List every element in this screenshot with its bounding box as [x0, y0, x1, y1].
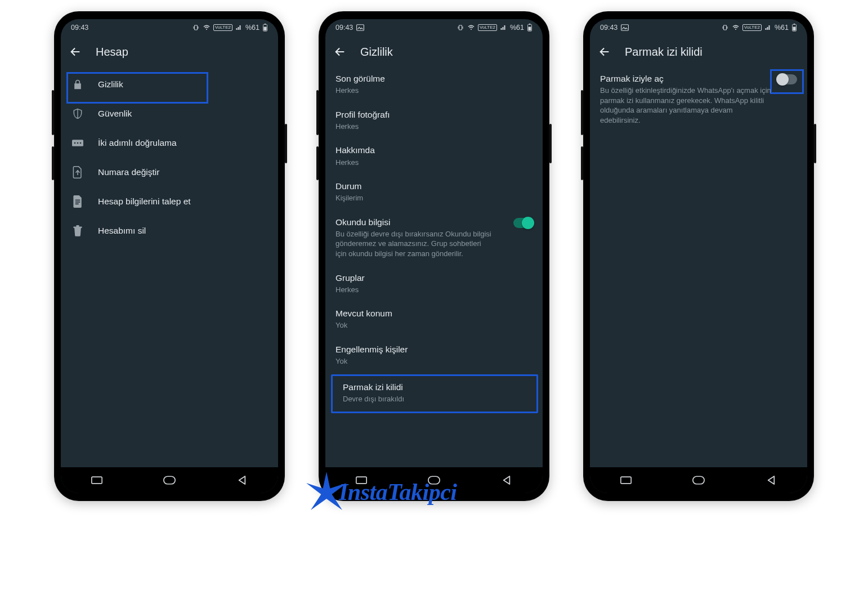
lock-icon [71, 79, 84, 90]
signal-icon [764, 24, 772, 31]
pref-hakkimda[interactable]: Hakkımda Herkes [325, 139, 543, 175]
svg-point-4 [74, 142, 76, 144]
page-title: Gizlilik [360, 46, 393, 59]
svg-rect-7 [75, 200, 80, 201]
toggle-parmak-izi[interactable] [778, 74, 797, 84]
svg-rect-17 [428, 476, 440, 484]
svg-rect-11 [164, 476, 175, 484]
row-label: Güvenlik [98, 109, 132, 119]
wifi-icon [203, 24, 211, 31]
status-network-label: VoLTE2 [478, 24, 497, 31]
phone-screen-2: 09:43 VoLTE2 %61 [325, 19, 543, 493]
pref-title: Mevcut konum [335, 308, 533, 319]
android-nav-bar [590, 467, 807, 493]
svg-rect-9 [75, 203, 79, 204]
status-bar: 09:43 VoLTE2 %61 [325, 19, 543, 36]
pref-sub: Yok [335, 320, 493, 330]
vibrate-icon [721, 24, 729, 31]
trash-icon [71, 225, 84, 236]
pref-title: Okundu bilgisi [335, 217, 509, 228]
nav-recent-button[interactable] [350, 473, 373, 487]
back-button[interactable] [598, 45, 611, 59]
nav-back-button[interactable] [495, 473, 518, 487]
svg-rect-18 [621, 25, 629, 31]
back-button[interactable] [69, 45, 82, 59]
pref-title: Parmak izi kilidi [343, 382, 526, 393]
row-numara-degistir[interactable]: Numara değiştir [61, 158, 278, 187]
pref-sub: Herkes [335, 86, 493, 96]
nav-recent-button[interactable] [615, 473, 637, 487]
status-bar: 09:43 VoLTE2 %61 [61, 19, 278, 36]
pref-parmak-izi[interactable]: Parmak izi kilidi Devre dışı bırakıldı [331, 374, 538, 414]
svg-rect-10 [92, 477, 102, 484]
wifi-icon [467, 24, 475, 31]
status-time: 09:43 [335, 24, 353, 32]
pref-sub: Herkes [335, 285, 493, 295]
gallery-notification-icon [356, 24, 364, 31]
svg-rect-2 [264, 27, 267, 31]
row-label: Hesabımı sil [98, 226, 146, 236]
svg-rect-15 [529, 27, 531, 31]
pref-engellenmis[interactable]: Engellenmiş kişiler Yok [325, 338, 543, 374]
pref-title: Profil fotoğrafı [335, 109, 533, 120]
svg-point-6 [80, 142, 82, 144]
pref-sub: Herkes [335, 158, 493, 168]
pref-title: Son görülme [335, 73, 533, 84]
pref-okundu[interactable]: Okundu bilgisi Bu özelliği devre dışı bı… [325, 211, 543, 267]
svg-rect-8 [75, 202, 80, 203]
app-bar: Hesap [61, 36, 278, 68]
pref-title: Gruplar [335, 272, 533, 284]
signal-icon [235, 24, 243, 31]
vibrate-icon [457, 24, 464, 31]
row-label: Hesap bilgilerini talep et [98, 196, 191, 207]
pref-title: Hakkımda [335, 145, 533, 156]
sim-icon [71, 166, 84, 178]
app-bar: Gizlilik [325, 36, 543, 68]
pref-mevcut-konum[interactable]: Mevcut konum Yok [325, 302, 543, 338]
pref-sub: Yok [335, 356, 493, 366]
status-battery-pct: %61 [510, 24, 524, 32]
svg-rect-14 [529, 24, 531, 24]
pref-son-gorulme[interactable]: Son görülme Herkes [325, 68, 543, 104]
row-hesap-bilgi[interactable]: Hesap bilgilerini talep et [61, 187, 278, 216]
svg-rect-12 [357, 25, 364, 31]
svg-rect-22 [621, 477, 631, 484]
svg-rect-21 [793, 27, 796, 31]
battery-icon [791, 24, 797, 32]
nav-back-button[interactable] [231, 473, 253, 487]
back-button[interactable] [333, 45, 347, 59]
svg-point-5 [77, 142, 79, 144]
pref-parmak-izi-ac[interactable]: Parmak iziyle aç Bu özelliği etkinleştir… [590, 68, 807, 133]
row-iki-adimli[interactable]: İki adımlı doğrulama [61, 128, 278, 158]
pref-profil-foto[interactable]: Profil fotoğrafı Herkes [325, 104, 543, 140]
nav-home-button[interactable] [687, 473, 710, 487]
svg-rect-16 [356, 477, 366, 484]
row-gizlilik[interactable]: Gizlilik [61, 70, 278, 99]
phone-frame-2: 09:43 VoLTE2 %61 [319, 11, 549, 501]
svg-rect-20 [794, 24, 795, 24]
row-label: Numara değiştir [98, 167, 159, 177]
pref-gruplar[interactable]: Gruplar Herkes [325, 267, 543, 303]
pref-title: Engellenmiş kişiler [335, 344, 533, 355]
status-time: 09:43 [71, 24, 88, 32]
app-bar: Parmak izi kilidi [590, 36, 807, 68]
toggle-okundu[interactable] [513, 218, 533, 228]
phone-frame-3: 09:43 VoLTE2 %61 [583, 11, 814, 501]
signal-icon [500, 24, 507, 31]
nav-home-button[interactable] [158, 473, 181, 487]
pref-sub: Kişilerim [335, 193, 493, 203]
status-network-label: VoLTE2 [213, 24, 232, 31]
dots-icon [71, 139, 84, 147]
phone-screen-3: 09:43 VoLTE2 %61 [590, 19, 807, 493]
nav-home-button[interactable] [423, 473, 445, 487]
row-label: Gizlilik [98, 79, 123, 90]
android-nav-bar [325, 467, 543, 493]
nav-recent-button[interactable] [86, 473, 108, 487]
pref-durum[interactable]: Durum Kişilerim [325, 175, 543, 211]
row-guvenlik[interactable]: Güvenlik [61, 99, 278, 128]
gallery-notification-icon [621, 24, 629, 31]
android-nav-bar [61, 467, 278, 493]
nav-back-button[interactable] [760, 473, 782, 487]
row-hesabimi-sil[interactable]: Hesabımı sil [61, 216, 278, 245]
status-battery-pct: %61 [775, 24, 789, 32]
